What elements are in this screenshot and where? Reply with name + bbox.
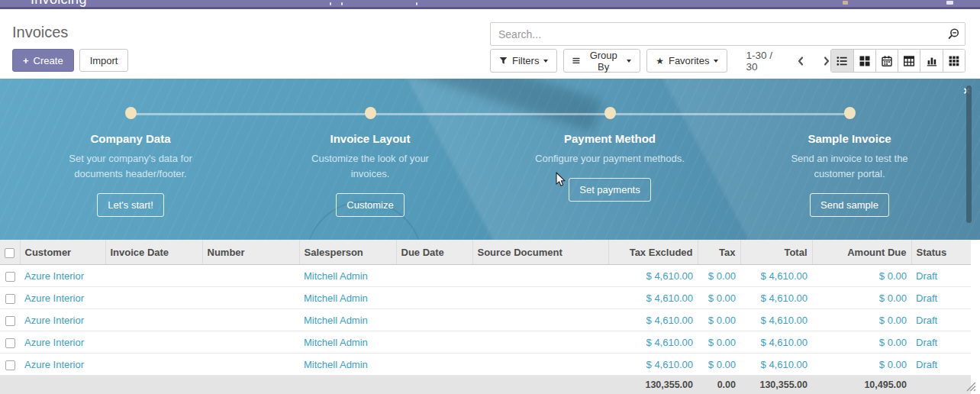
cell-source_document[interactable] bbox=[472, 287, 608, 309]
cell-invoice_date[interactable] bbox=[105, 309, 202, 331]
cell-number[interactable] bbox=[202, 287, 299, 309]
cell-salesperson[interactable]: Mitchell Admin bbox=[299, 265, 396, 287]
cell-salesperson[interactable]: Mitchell Admin bbox=[299, 309, 396, 331]
table-row[interactable]: Azure InteriorMitchell Admin$ 4,610.00$ … bbox=[0, 265, 971, 287]
cell-customer[interactable]: Azure Interior bbox=[20, 354, 105, 376]
row-checkbox[interactable] bbox=[5, 360, 15, 370]
column-header-total[interactable]: Total bbox=[740, 240, 812, 265]
row-checkbox[interactable] bbox=[5, 294, 15, 304]
cell-tax[interactable]: $ 0.00 bbox=[698, 354, 740, 376]
cell-customer[interactable]: Azure Interior bbox=[20, 309, 105, 331]
select-all-checkbox[interactable] bbox=[5, 248, 15, 258]
cell-source_document[interactable] bbox=[472, 265, 608, 287]
cell-tax_excluded[interactable]: $ 4,610.00 bbox=[608, 331, 698, 354]
column-header-number[interactable]: Number bbox=[202, 240, 299, 265]
cell-status[interactable]: Draft bbox=[911, 287, 971, 309]
cell-tax[interactable]: $ 0.00 bbox=[698, 287, 740, 309]
cell-status[interactable]: Draft bbox=[911, 309, 971, 331]
topbar-right-icon[interactable] bbox=[843, 1, 848, 5]
cell-due_date[interactable] bbox=[396, 309, 472, 331]
pager-range[interactable]: 1-30 / 30 bbox=[746, 50, 783, 73]
column-header-amount_due[interactable]: Amount Due bbox=[812, 240, 911, 265]
magnifier-icon[interactable] bbox=[947, 27, 960, 40]
cell-invoice_date[interactable] bbox=[105, 287, 202, 309]
kanban-view-button[interactable] bbox=[853, 50, 875, 72]
cell-tax_excluded[interactable]: $ 4,610.00 bbox=[608, 354, 698, 376]
cell-invoice_date[interactable] bbox=[105, 331, 202, 354]
cell-due_date[interactable] bbox=[396, 265, 472, 287]
cell-amount_due[interactable]: $ 0.00 bbox=[812, 265, 911, 287]
group-by-button[interactable]: Group By bbox=[563, 49, 640, 73]
column-header-status[interactable]: Status bbox=[911, 240, 971, 265]
calendar-view-button[interactable] bbox=[875, 50, 898, 72]
column-header-due_date[interactable]: Due Date bbox=[396, 240, 472, 265]
cell-total[interactable]: $ 4,610.00 bbox=[740, 265, 812, 287]
cell-number[interactable] bbox=[202, 354, 299, 376]
cell-tax_excluded[interactable]: $ 4,610.00 bbox=[608, 265, 698, 287]
cell-salesperson[interactable]: Mitchell Admin bbox=[299, 331, 396, 354]
list-view-button[interactable] bbox=[831, 50, 853, 72]
cell-customer[interactable]: Azure Interior bbox=[20, 331, 105, 354]
resize-grip-icon[interactable] bbox=[964, 379, 977, 392]
cell-tax_excluded[interactable]: $ 4,610.00 bbox=[608, 309, 698, 331]
cell-customer[interactable]: Azure Interior bbox=[20, 265, 105, 287]
table-row[interactable]: Azure InteriorMitchell Admin$ 4,610.00$ … bbox=[0, 309, 971, 331]
send-sample-button[interactable]: Send sample bbox=[810, 193, 889, 217]
cell-total[interactable]: $ 4,610.00 bbox=[740, 331, 812, 354]
cell-status[interactable]: Draft bbox=[911, 265, 971, 287]
cell-amount_due[interactable]: $ 0.00 bbox=[812, 354, 911, 376]
cell-amount_due[interactable]: $ 0.00 bbox=[812, 331, 911, 354]
cell-invoice_date[interactable] bbox=[105, 354, 202, 376]
app-name[interactable]: Invoicing bbox=[31, 0, 87, 8]
topbar-user-menu-icon[interactable] bbox=[946, 1, 953, 5]
cell-tax[interactable]: $ 0.00 bbox=[698, 309, 740, 331]
column-header-customer[interactable]: Customer bbox=[20, 240, 105, 265]
cell-amount_due[interactable]: $ 0.00 bbox=[812, 309, 911, 331]
cell-due_date[interactable] bbox=[396, 354, 472, 376]
set-payments-button[interactable]: Set payments bbox=[569, 178, 651, 202]
cell-number[interactable] bbox=[202, 331, 299, 354]
import-button[interactable]: Import bbox=[79, 49, 129, 72]
cell-salesperson[interactable]: Mitchell Admin bbox=[299, 287, 396, 309]
table-row[interactable]: Azure InteriorMitchell Admin$ 4,610.00$ … bbox=[0, 287, 971, 309]
column-header-tax[interactable]: Tax bbox=[698, 240, 740, 265]
graph-view-button[interactable] bbox=[920, 50, 942, 72]
cell-due_date[interactable] bbox=[396, 331, 472, 354]
filters-button[interactable]: Filters bbox=[490, 49, 557, 73]
vertical-scrollbar-thumb[interactable] bbox=[966, 86, 972, 223]
column-header-salesperson[interactable]: Salesperson bbox=[299, 240, 396, 265]
cell-salesperson[interactable]: Mitchell Admin bbox=[299, 354, 396, 376]
table-row[interactable]: Azure InteriorMitchell Admin$ 4,610.00$ … bbox=[0, 354, 971, 376]
pager-previous-button[interactable] bbox=[797, 56, 804, 66]
table-row[interactable]: Azure InteriorMitchell Admin$ 4,610.00$ … bbox=[0, 331, 971, 354]
favorites-button[interactable]: ★ Favorites bbox=[646, 49, 727, 73]
column-header-source_document[interactable]: Source Document bbox=[472, 240, 608, 265]
column-header-invoice_date[interactable]: Invoice Date bbox=[105, 240, 202, 265]
cell-source_document[interactable] bbox=[472, 309, 608, 331]
pager-next-button[interactable] bbox=[823, 56, 830, 66]
cell-source_document[interactable] bbox=[472, 331, 608, 354]
cell-invoice_date[interactable] bbox=[105, 265, 202, 287]
cell-total[interactable]: $ 4,610.00 bbox=[740, 354, 812, 376]
activity-view-button[interactable] bbox=[943, 50, 965, 72]
cell-tax[interactable]: $ 0.00 bbox=[698, 331, 740, 354]
cell-amount_due[interactable]: $ 0.00 bbox=[812, 287, 911, 309]
cell-source_document[interactable] bbox=[472, 354, 608, 376]
cell-total[interactable]: $ 4,610.00 bbox=[740, 309, 812, 331]
cell-due_date[interactable] bbox=[396, 287, 472, 309]
row-checkbox[interactable] bbox=[5, 338, 15, 348]
cell-tax[interactable]: $ 0.00 bbox=[698, 265, 740, 287]
pivot-view-button[interactable] bbox=[898, 50, 920, 72]
create-button[interactable]: + Create bbox=[12, 49, 74, 72]
lets-start-button[interactable]: Let's start! bbox=[97, 193, 164, 217]
cell-number[interactable] bbox=[202, 265, 299, 287]
customize-button[interactable]: Customize bbox=[336, 193, 404, 217]
row-checkbox[interactable] bbox=[5, 272, 15, 282]
column-header-tax_excluded[interactable]: Tax Excluded bbox=[608, 240, 698, 265]
search-input[interactable] bbox=[490, 22, 965, 46]
cell-customer[interactable]: Azure Interior bbox=[20, 287, 105, 309]
cell-tax_excluded[interactable]: $ 4,610.00 bbox=[608, 287, 698, 309]
cell-total[interactable]: $ 4,610.00 bbox=[740, 287, 812, 309]
cell-status[interactable]: Draft bbox=[911, 354, 971, 376]
row-checkbox[interactable] bbox=[5, 316, 15, 326]
